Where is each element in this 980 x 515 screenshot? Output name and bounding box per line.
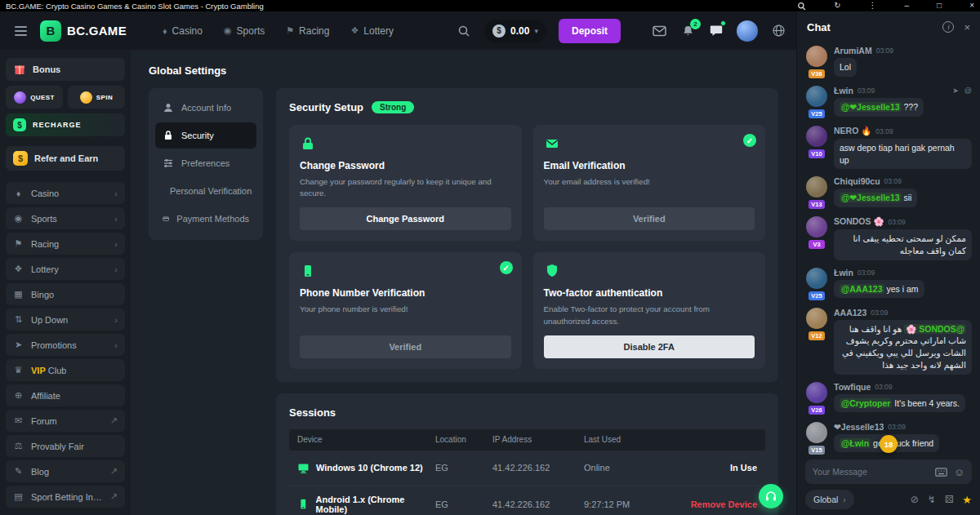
casino-icon: ♦ <box>163 26 167 36</box>
dice-icon[interactable]: ⚄ <box>945 494 953 505</box>
titlebar-search-icon[interactable] <box>797 2 806 11</box>
chat-username[interactable]: ArumiAM <box>834 46 872 55</box>
tip-icon[interactable]: ➤ <box>952 87 959 95</box>
chat-username[interactable]: ❤Jesselle13 <box>834 422 884 432</box>
mention[interactable]: @AAA123 <box>840 284 884 294</box>
settings-nav-personal-verification[interactable]: Personal Verification <box>155 178 256 204</box>
chat-username[interactable]: NERO 🔥 <box>834 126 871 136</box>
mail-icon[interactable] <box>651 23 667 39</box>
menu-toggle-icon[interactable] <box>15 26 27 36</box>
titlebar-sync-icon[interactable]: ↻ <box>834 2 840 10</box>
sidebar-item-sports[interactable]: ◉Sports› <box>6 207 125 229</box>
nav-racing[interactable]: ⚑Racing <box>286 25 329 37</box>
avatar[interactable] <box>806 86 827 107</box>
avatar[interactable] <box>806 268 827 289</box>
coin-rain-icon[interactable]: ↯ <box>928 494 936 505</box>
chat-input[interactable]: Your Message ☺ <box>805 460 972 484</box>
sidebar-item-vip[interactable]: ♛VIP Club <box>6 359 125 381</box>
sliders-icon <box>163 158 174 169</box>
avatar[interactable] <box>806 176 827 198</box>
nav-sports[interactable]: ◉Sports <box>224 25 265 37</box>
avatar[interactable] <box>806 46 827 67</box>
user-avatar[interactable] <box>737 20 758 42</box>
change-password-button[interactable]: Change Password <box>300 207 511 230</box>
sidebar-item-promotions[interactable]: ➤Promotions› <box>6 334 125 356</box>
mention[interactable]: @Łwin <box>840 438 871 448</box>
sidebar-item-casino[interactable]: ♦Casino› <box>6 182 125 204</box>
sidebar-item-bingo[interactable]: ▦Bingo <box>6 283 125 305</box>
window-minimize-icon[interactable]: – <box>905 2 910 10</box>
rewards-icon[interactable]: ★ <box>962 494 972 506</box>
chevron-right-icon: › <box>114 264 118 274</box>
settings-nav-payment-methods[interactable]: Payment Methods <box>155 206 256 232</box>
vip-level-badge: V25 <box>808 291 825 300</box>
sidebar-bonus[interactable]: Bonus <box>6 58 125 81</box>
sidebar-item-racing[interactable]: ⚑Racing› <box>6 233 125 255</box>
emoji-icon[interactable]: ☺ <box>954 467 964 477</box>
chat-username[interactable]: Chiqui90cu <box>834 176 880 186</box>
settings-nav-security[interactable]: Security <box>155 122 256 149</box>
disable-2fa-button[interactable]: Disable 2FA <box>544 335 755 358</box>
sidebar-item-lottery[interactable]: ❖Lottery› <box>6 258 125 280</box>
mention[interactable]: @Cryptoper <box>840 398 892 408</box>
casino-icon: ♦ <box>13 189 24 198</box>
window-close-icon[interactable]: × <box>969 2 974 10</box>
mention-icon[interactable]: @ <box>964 87 972 95</box>
chat-toggle-icon[interactable] <box>708 23 724 39</box>
settings-nav-preferences[interactable]: Preferences <box>155 150 256 176</box>
sidebar-item-updown[interactable]: ⇅Up Down› <box>6 309 125 331</box>
mobile-icon <box>297 498 310 510</box>
mention[interactable]: @❤Jesselle13 <box>840 102 902 112</box>
sidebar-item-blog[interactable]: ✎Blog↗ <box>6 460 125 482</box>
deposit-button[interactable]: Deposit <box>559 19 621 43</box>
sidebar-item-affiliate[interactable]: ⊕Affiliate <box>6 384 125 406</box>
sessions-title: Sessions <box>289 406 765 419</box>
sidebar-item-forum[interactable]: ✉Forum↗ <box>6 410 125 432</box>
mention[interactable]: @SONDOS 🌸 <box>904 324 966 334</box>
chat-username[interactable]: SONDOS 🌸 <box>834 216 884 227</box>
avatar[interactable] <box>806 126 827 147</box>
sidebar-spin[interactable]: SPIN <box>68 86 125 109</box>
chat-close-icon[interactable]: × <box>964 22 970 33</box>
sidebar-recharge[interactable]: $ RECHARGE <box>6 113 125 136</box>
vip-level-badge: V13 <box>808 200 825 209</box>
support-button[interactable] <box>759 484 783 508</box>
quest-icon <box>14 91 26 104</box>
sidebar-item-insights[interactable]: ▤Sport Betting Insig...↗ <box>6 486 125 508</box>
language-globe-icon[interactable] <box>770 23 786 39</box>
nav-casino[interactable]: ♦Casino <box>163 25 203 37</box>
bcgame-logo-text: BC.GAME <box>67 24 127 38</box>
avatar[interactable] <box>806 308 827 329</box>
phone-verified-button[interactable]: Verified <box>300 335 511 358</box>
settings-nav-account-info[interactable]: Account Info <box>155 95 256 121</box>
window-titlebar: BC.GAME: Crypto Casino Games & Casino Sl… <box>0 0 980 11</box>
gif-keyboard-icon[interactable] <box>935 468 947 477</box>
avatar[interactable] <box>806 216 827 238</box>
sidebar-item-provably[interactable]: ⚖Provably Fair <box>6 435 125 457</box>
chat-text: @SONDOS 🌸 هو انا واقف هنا شاب اماراتي مح… <box>834 320 972 375</box>
avatar[interactable] <box>806 382 827 403</box>
balance-selector[interactable]: $ 0.00 ▾ <box>484 20 546 42</box>
email-verified-button[interactable]: Verified <box>544 207 755 230</box>
nav-lottery[interactable]: ❖Lottery <box>350 25 394 37</box>
chat-info-icon[interactable]: i <box>942 21 954 33</box>
sidebar-refer-and-earn[interactable]: $ Refer and Earn <box>6 146 125 171</box>
mention[interactable]: @❤Jesselle13 <box>840 193 902 202</box>
search-icon[interactable] <box>456 23 472 39</box>
unread-badge[interactable]: 18 <box>880 435 898 453</box>
titlebar-menu-icon[interactable]: ⋮ <box>869 2 877 10</box>
chat-username[interactable]: Łwin <box>834 86 853 95</box>
bcgame-logo[interactable]: B BC.GAME <box>40 20 127 42</box>
window-maximize-icon[interactable]: □ <box>937 2 942 10</box>
chat-channel-selector[interactable]: Global › <box>805 490 854 509</box>
avatar[interactable] <box>806 422 827 443</box>
chat-rules-icon[interactable]: ⊘ <box>911 494 919 505</box>
chat-username[interactable]: Łwin <box>834 268 853 277</box>
chat-username[interactable]: Towfique <box>834 382 871 392</box>
chat-username[interactable]: AAA123 <box>834 308 866 317</box>
session-status: In Use <box>666 463 757 473</box>
remove-device-button[interactable]: Remove Device <box>666 499 757 509</box>
notifications-bell-icon[interactable]: 2 <box>679 23 696 39</box>
envelope-icon <box>544 135 560 152</box>
sidebar-quest[interactable]: QUEST <box>6 86 63 109</box>
